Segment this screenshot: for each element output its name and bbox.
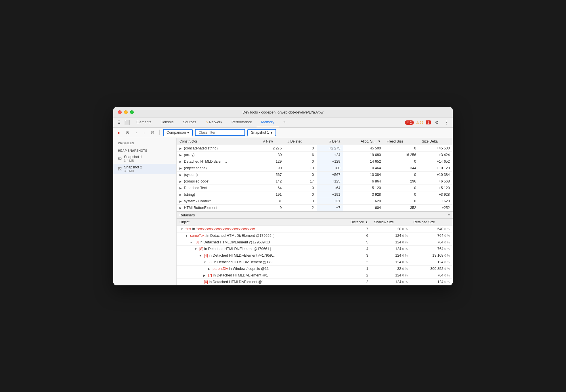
expand-arrow-icon[interactable]: ▶ <box>179 173 182 176</box>
retainer-context: in Window / cdpn.io @11 <box>228 267 269 271</box>
minimize-button[interactable] <box>124 110 128 114</box>
list-item[interactable]: ▶ parentDiv in Window / cdpn.io @11 1 32… <box>177 265 453 272</box>
retainer-context: in Detached HTMLDivElement @179589 □3 <box>199 240 270 244</box>
table-row[interactable]: ▶ (array) 30 6 +24 19 680 16 256 +3 424 <box>177 151 453 158</box>
table-row[interactable]: ▶ (concatenated string) 2 275 0 +2 275 4… <box>177 145 453 151</box>
expand-arrow-icon[interactable]: ▶ <box>179 206 182 210</box>
list-item[interactable]: ▼ someText in Detached HTMLDivElement @1… <box>177 232 453 239</box>
sidebar-item-snapshot2[interactable]: 🖼 Snapshot 2 3.5 MB <box>113 164 176 174</box>
retainer-object-cell: ▼ someText in Detached HTMLDivElement @1… <box>177 232 335 239</box>
collect-garbage-button[interactable]: ⛁ <box>149 129 156 136</box>
expand-arrow-icon[interactable]: ▶ <box>179 180 182 183</box>
list-item[interactable]: ▼ [3] in Detached HTMLDivElement @179… 2… <box>177 259 453 265</box>
new-cell: 142 <box>260 178 285 185</box>
download-button[interactable]: ↓ <box>142 129 147 136</box>
retainer-expand-icon[interactable]: ▼ <box>185 234 188 237</box>
table-row[interactable]: ▶ (object shape) 90 10 +80 10 464 344 +1… <box>177 165 453 171</box>
tab-network[interactable]: ⚠ Network <box>201 118 227 127</box>
table-row[interactable]: ▶ (system) 567 0 +567 10 384 0 +10 384 <box>177 171 453 178</box>
retainers-menu-icon[interactable]: ≡ <box>448 213 450 217</box>
upper-table-scroll[interactable]: Constructor # New # Deleted # Delta <box>177 138 453 212</box>
deleted-cell: 6 <box>284 151 317 158</box>
table-row[interactable]: ▶ HTMLButtonElement 9 2 +7 604 352 +252 <box>177 204 453 211</box>
expand-arrow-icon[interactable]: ▶ <box>179 187 182 190</box>
size-delta-cell: +5 120 <box>419 185 453 191</box>
record-button[interactable]: ● <box>116 129 122 136</box>
expand-arrow-icon[interactable]: ▶ <box>179 147 182 150</box>
inspect-element[interactable]: ⬜ <box>123 119 132 126</box>
class-filter-input[interactable] <box>196 130 244 135</box>
sidebar-item-snapshot1[interactable]: 🖼 Snapshot 1 3.4 MB <box>113 153 176 164</box>
secondary-toolbar: ● ⊘ ↑ ↓ ⛁ Comparison ▾ Snapshot 1 ▾ <box>113 128 453 138</box>
expand-arrow-icon[interactable]: ▶ <box>179 200 182 203</box>
tab-sources[interactable]: Sources <box>178 118 201 127</box>
col-delta[interactable]: # Delta <box>317 138 343 145</box>
retainers-table-scroll[interactable]: Object Distance ▲ Shallow Size Retained … <box>177 219 453 285</box>
alloc-cell: 3 928 <box>343 191 384 198</box>
retainer-expand-icon[interactable]: ▼ <box>194 247 197 251</box>
close-button[interactable] <box>118 110 122 114</box>
freed-cell: 0 <box>384 145 419 151</box>
freed-cell: 0 <box>384 158 419 165</box>
col-deleted: # Deleted <box>284 138 317 145</box>
retainer-key: parentDiv <box>213 267 228 271</box>
retainer-distance-cell: 3 <box>335 252 371 259</box>
constructor-cell: ▶ (array) <box>177 151 260 158</box>
deleted-cell: 0 <box>284 185 317 191</box>
retainer-expand-icon[interactable]: ▼ <box>180 228 183 231</box>
comparison-dropdown[interactable]: Comparison ▾ <box>164 130 192 136</box>
list-item[interactable]: ▼ [4] in Detached HTMLDivElement @17959…… <box>177 252 453 259</box>
expand-arrow-icon[interactable]: ▶ <box>179 167 182 170</box>
tab-console[interactable]: Console <box>156 118 178 127</box>
retainer-distance-cell: 5 <box>335 239 371 245</box>
tab-performance[interactable]: Performance <box>227 118 257 127</box>
tab-more[interactable]: » <box>279 118 290 127</box>
retainer-expand-icon[interactable]: ▶ <box>203 274 206 277</box>
table-row[interactable]: ▶ (string) 191 0 +191 3 928 0 +3 928 <box>177 191 453 198</box>
list-item[interactable]: [6] in Detached HTMLDivElement @1 2 124 … <box>177 278 453 285</box>
tab-memory[interactable]: Memory <box>257 118 279 127</box>
retainer-expand-icon[interactable]: ▶ <box>208 267 210 270</box>
col-alloc-size[interactable]: Alloc. Si… ▼ <box>343 138 384 145</box>
title-bar: DevTools - codepen.io/web-dot-dev/live/L… <box>113 107 453 118</box>
main-panel: Constructor # New # Deleted # Delta <box>177 138 453 285</box>
retainer-shallow-cell: 124 0 % <box>371 278 410 285</box>
retainer-key: first <box>186 227 191 231</box>
tab-extras: ✕ 2 ⚠ 33 1 ⚙ ⋮ <box>405 119 451 126</box>
warning-count-badge[interactable]: ⚠ 33 <box>416 121 423 124</box>
expand-arrow-icon[interactable]: ▶ <box>179 160 182 163</box>
tab-elements[interactable]: Elements <box>132 118 156 127</box>
network-warning-icon: ⚠ <box>205 120 208 124</box>
retainer-expand-icon[interactable]: ▼ <box>190 241 192 244</box>
retainer-expand-icon[interactable]: ▼ <box>203 261 206 264</box>
snapshot-icon: 🖼 <box>118 156 122 161</box>
delta-cell: +125 <box>317 178 343 185</box>
error-count-badge[interactable]: ✕ 2 <box>405 120 414 125</box>
list-item[interactable]: ▼ [8] in Detached HTMLDivElement @179589… <box>177 239 453 245</box>
expand-arrow-icon[interactable]: ▶ <box>179 153 182 157</box>
table-row[interactable]: ▶ Detached Text 64 0 +64 5 120 0 +5 120 <box>177 185 453 191</box>
retainer-expand-icon[interactable]: ▼ <box>199 254 202 257</box>
settings-button[interactable]: ⚙ <box>433 119 440 126</box>
cursor-tool[interactable]: ⠿ <box>116 119 123 126</box>
maximize-button[interactable] <box>130 110 134 114</box>
retainer-context: in Detached HTMLDivElement @179… <box>213 260 276 264</box>
retainer-retained-cell: 764 0 % <box>411 245 453 252</box>
snapshot-dropdown[interactable]: Snapshot 1 ▾ <box>248 130 275 136</box>
table-row[interactable]: ▶ Detached HTMLDivElem… 129 0 +129 14 65… <box>177 158 453 165</box>
table-row[interactable]: ▶ system / Context 31 0 +31 620 0 +620 <box>177 198 453 204</box>
ret-col-distance[interactable]: Distance ▲ <box>335 219 371 226</box>
list-item[interactable]: ▶ [7] in Detached HTMLDivElement @1 2 12… <box>177 272 453 278</box>
table-row[interactable]: ▶ (compiled code) 142 17 +125 6 864 296 … <box>177 178 453 185</box>
flag-count-badge[interactable]: 1 <box>426 120 431 124</box>
list-item[interactable]: ▼ [8] in Detached HTMLDivElement @179661… <box>177 245 453 252</box>
clear-button[interactable]: ⊘ <box>124 129 131 136</box>
more-options-button[interactable]: ⋮ <box>443 119 450 126</box>
list-item[interactable]: ▼ first in "xxxxxxxxxxxxxxxxxxxxxxxxxxxx… <box>177 226 453 232</box>
expand-arrow-icon[interactable]: ▶ <box>179 193 182 196</box>
freed-cell: 0 <box>384 185 419 191</box>
constructor-cell: ▶ (string) <box>177 191 260 198</box>
upload-button[interactable]: ↑ <box>133 129 139 136</box>
alloc-cell: 10 384 <box>343 171 384 178</box>
freed-cell: 0 <box>384 198 419 204</box>
